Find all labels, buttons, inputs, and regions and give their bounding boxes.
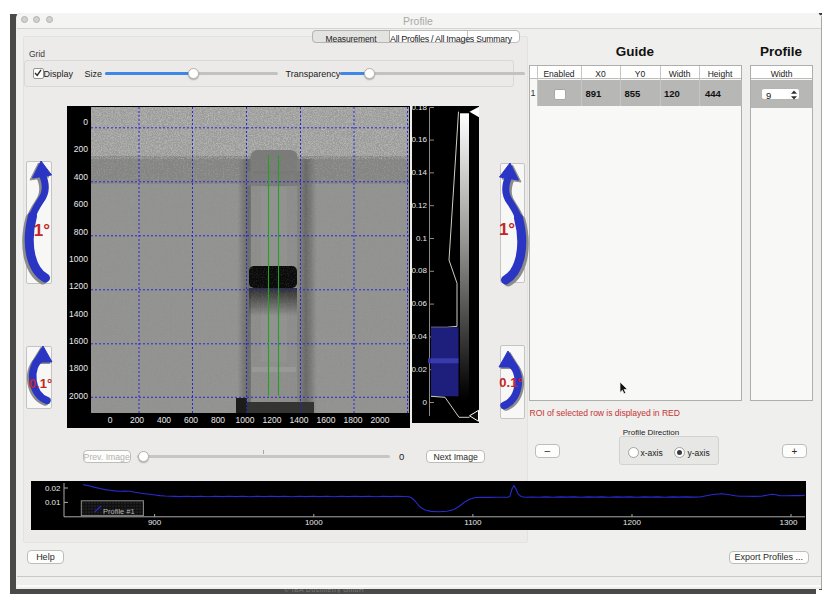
svg-text:0.1°: 0.1° bbox=[28, 376, 51, 391]
svg-text:1°: 1° bbox=[33, 221, 49, 240]
svg-text:1°: 1° bbox=[499, 220, 515, 239]
svg-text:0.1°: 0.1° bbox=[499, 375, 522, 390]
